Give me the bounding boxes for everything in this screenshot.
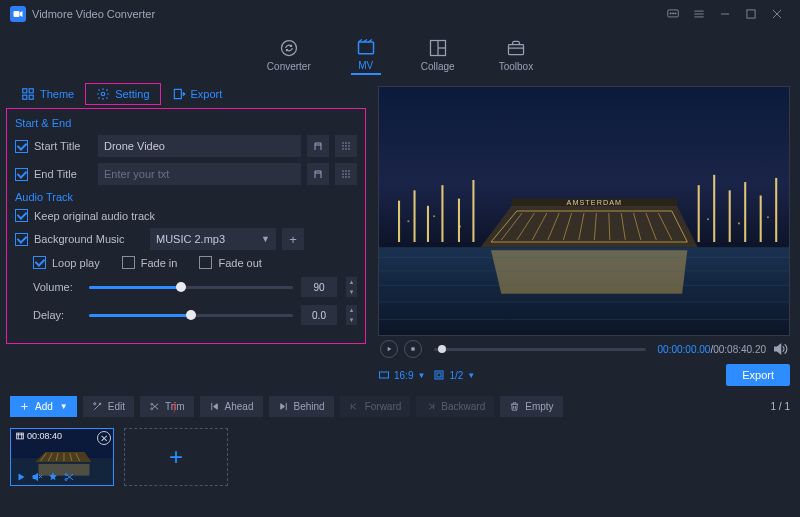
svg-rect-54 bbox=[775, 178, 777, 242]
tab-setting[interactable]: Setting bbox=[85, 83, 160, 105]
menu-icon[interactable] bbox=[686, 4, 712, 24]
checkbox-keep-original[interactable] bbox=[15, 209, 28, 222]
close-icon[interactable] bbox=[764, 4, 790, 24]
label-fade-in: Fade in bbox=[141, 257, 178, 269]
volume-icon[interactable] bbox=[772, 341, 788, 357]
add-music-button[interactable]: + bbox=[282, 228, 304, 250]
font-button[interactable] bbox=[307, 135, 329, 157]
checkbox-start-title[interactable] bbox=[15, 140, 28, 153]
stop-button[interactable] bbox=[404, 340, 422, 358]
stepper-volume[interactable]: ▲▼ bbox=[345, 277, 357, 297]
svg-rect-50 bbox=[713, 175, 715, 242]
toolbox-icon bbox=[505, 37, 527, 59]
play-button[interactable] bbox=[380, 340, 398, 358]
maximize-icon[interactable] bbox=[738, 4, 764, 24]
svg-rect-13 bbox=[358, 42, 373, 54]
label-fade-out: Fade out bbox=[218, 257, 261, 269]
forward-button[interactable]: Forward bbox=[340, 396, 411, 417]
aspect-ratio-select[interactable]: 16:9 ▼ bbox=[378, 369, 425, 381]
slider-thumb[interactable] bbox=[176, 282, 186, 292]
svg-point-107 bbox=[65, 474, 67, 476]
seek-thumb[interactable] bbox=[438, 345, 446, 353]
tab-export[interactable]: Export bbox=[161, 83, 234, 105]
svg-rect-52 bbox=[744, 182, 746, 242]
svg-point-28 bbox=[348, 145, 350, 147]
seek-bar[interactable] bbox=[434, 348, 646, 351]
clip-mute-icon[interactable] bbox=[31, 471, 43, 483]
ahead-icon bbox=[209, 401, 220, 412]
app-title: Vidmore Video Converter bbox=[32, 8, 155, 20]
select-bg-music[interactable]: MUSIC 2.mp3 ▼ bbox=[150, 228, 276, 250]
slider-thumb[interactable] bbox=[186, 310, 196, 320]
page-indicator: 1 / 1 bbox=[771, 401, 790, 412]
add-clip-button[interactable]: + bbox=[124, 428, 228, 486]
empty-button[interactable]: Empty bbox=[500, 396, 562, 417]
svg-point-59 bbox=[738, 222, 740, 224]
backward-button[interactable]: Backward bbox=[416, 396, 494, 417]
slider-delay[interactable] bbox=[89, 314, 293, 317]
scissors-icon bbox=[149, 401, 160, 412]
label-bg-music: Background Music bbox=[34, 233, 144, 245]
converter-icon bbox=[278, 37, 300, 59]
slider-volume[interactable] bbox=[89, 286, 293, 289]
theme-icon bbox=[21, 87, 35, 101]
checkbox-loop[interactable] bbox=[33, 256, 46, 269]
mv-icon bbox=[355, 36, 377, 58]
stepper-delay[interactable]: ▲▼ bbox=[345, 305, 357, 325]
svg-point-36 bbox=[345, 173, 347, 175]
clip-play-icon[interactable] bbox=[15, 471, 27, 483]
svg-rect-19 bbox=[29, 89, 33, 93]
backward-icon bbox=[425, 401, 436, 412]
clip-remove-button[interactable]: ✕ bbox=[97, 431, 111, 445]
value-delay: 0.0 bbox=[301, 305, 337, 325]
label-volume: Volume: bbox=[33, 281, 81, 293]
svg-rect-47 bbox=[458, 199, 460, 242]
preview-subbar: 16:9 ▼ 1/2 ▼ Export bbox=[378, 362, 790, 388]
input-start-title[interactable] bbox=[98, 135, 301, 157]
position-button[interactable] bbox=[335, 135, 357, 157]
ahead-button[interactable]: Ahead bbox=[200, 396, 263, 417]
nav-collage[interactable]: Collage bbox=[417, 35, 459, 74]
section-audio-track: Audio Track bbox=[15, 191, 357, 203]
clip-effect-icon[interactable] bbox=[47, 471, 59, 483]
tab-label: Export bbox=[191, 88, 223, 100]
font-button[interactable] bbox=[307, 163, 329, 185]
svg-point-24 bbox=[345, 142, 347, 144]
svg-text:AMSTERDAM: AMSTERDAM bbox=[567, 198, 622, 207]
video-preview[interactable]: AMSTERDAM bbox=[378, 86, 790, 336]
nav-toolbox[interactable]: Toolbox bbox=[495, 35, 537, 74]
zoom-select[interactable]: 1/2 ▼ bbox=[433, 369, 475, 381]
tab-label: Setting bbox=[115, 88, 149, 100]
svg-point-37 bbox=[348, 173, 350, 175]
clip-thumbnail[interactable]: 00:08:40 ✕ bbox=[10, 428, 114, 486]
nav-label: Toolbox bbox=[499, 61, 533, 72]
wand-icon bbox=[92, 401, 103, 412]
clip-trim-icon[interactable] bbox=[63, 471, 75, 483]
behind-button[interactable]: Behind bbox=[269, 396, 334, 417]
minimize-icon[interactable] bbox=[712, 4, 738, 24]
trim-button[interactable]: Trim bbox=[140, 396, 194, 417]
edit-button[interactable]: Edit bbox=[83, 396, 134, 417]
svg-point-30 bbox=[345, 148, 347, 150]
feedback-icon[interactable] bbox=[660, 4, 686, 24]
add-button[interactable]: Add▼ bbox=[10, 396, 77, 417]
position-button[interactable] bbox=[335, 163, 357, 185]
checkbox-fade-in[interactable] bbox=[122, 256, 135, 269]
nav-converter[interactable]: Converter bbox=[263, 35, 315, 74]
trash-icon bbox=[509, 401, 520, 412]
checkbox-end-title[interactable] bbox=[15, 168, 28, 181]
nav-mv[interactable]: MV bbox=[351, 34, 381, 75]
label-keep-original: Keep original audio track bbox=[34, 210, 155, 222]
svg-point-56 bbox=[433, 215, 435, 217]
svg-point-22 bbox=[102, 92, 106, 96]
input-end-title[interactable] bbox=[98, 163, 301, 185]
time-display: 00:00:00.00/00:08:40.20 bbox=[658, 344, 766, 355]
svg-point-31 bbox=[348, 148, 350, 150]
checkbox-bg-music[interactable] bbox=[15, 233, 28, 246]
nav-label: MV bbox=[358, 60, 373, 71]
label-delay: Delay: bbox=[33, 309, 81, 321]
value-volume: 90 bbox=[301, 277, 337, 297]
tab-theme[interactable]: Theme bbox=[10, 83, 85, 105]
export-button[interactable]: Export bbox=[726, 364, 790, 386]
checkbox-fade-out[interactable] bbox=[199, 256, 212, 269]
